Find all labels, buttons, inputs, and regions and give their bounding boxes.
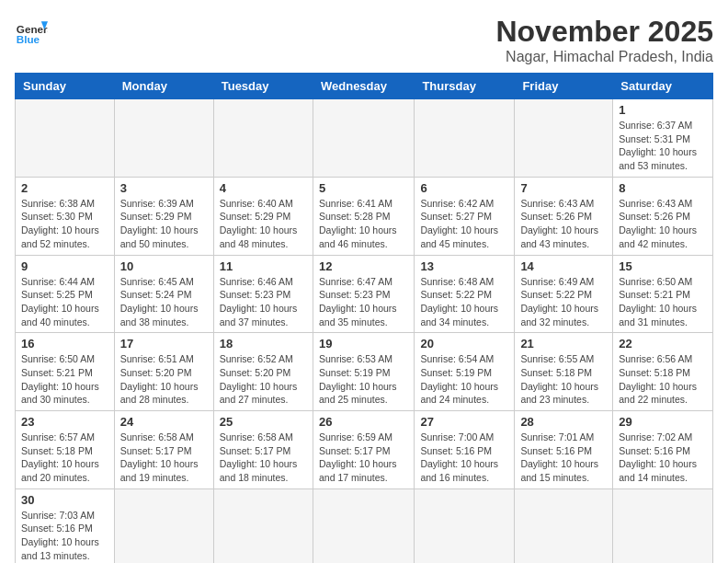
day-cell-empty-10 bbox=[415, 488, 515, 563]
day-cell-9: 9 Sunrise: 6:44 AM Sunset: 5:25 PM Dayli… bbox=[16, 255, 115, 333]
day-cell-24: 24 Sunrise: 6:58 AM Sunset: 5:17 PM Dayl… bbox=[114, 411, 213, 489]
daylight-2: Daylight: 10 hours and 52 minutes. bbox=[21, 224, 99, 249]
header-friday: Friday bbox=[515, 74, 613, 99]
header-monday: Monday bbox=[114, 74, 213, 99]
header-wednesday: Wednesday bbox=[313, 74, 414, 99]
day-cell-22: 22 Sunrise: 6:56 AM Sunset: 5:18 PM Dayl… bbox=[613, 333, 713, 411]
day-cell-6: 6 Sunrise: 6:42 AM Sunset: 5:27 PM Dayli… bbox=[415, 177, 515, 255]
day-cell-5: 5 Sunrise: 6:41 AM Sunset: 5:28 PM Dayli… bbox=[313, 177, 414, 255]
day-cell-26: 26 Sunrise: 6:59 AM Sunset: 5:17 PM Dayl… bbox=[313, 411, 414, 489]
week-row-4: 16 Sunrise: 6:50 AM Sunset: 5:21 PM Dayl… bbox=[16, 333, 713, 411]
day-cell-12: 12 Sunrise: 6:47 AM Sunset: 5:23 PM Dayl… bbox=[313, 255, 414, 333]
day-cell-30: 30 Sunrise: 7:03 AM Sunset: 5:16 PM Dayl… bbox=[16, 488, 115, 563]
page-header: General Blue November 2025 Nagar, Himach… bbox=[15, 15, 713, 65]
location-subtitle: Nagar, Himachal Pradesh, India bbox=[495, 49, 713, 65]
title-block: November 2025 Nagar, Himachal Pradesh, I… bbox=[495, 15, 713, 65]
day-cell-empty-5 bbox=[415, 99, 515, 178]
sunrise-1: Sunrise: 6:37 AM bbox=[619, 120, 692, 131]
day-cell-29: 29 Sunrise: 7:02 AM Sunset: 5:16 PM Dayl… bbox=[613, 411, 713, 489]
day-cell-3: 3 Sunrise: 6:39 AM Sunset: 5:29 PM Dayli… bbox=[114, 177, 213, 255]
day-cell-empty-1 bbox=[16, 99, 115, 178]
day-cell-empty-6 bbox=[515, 99, 613, 178]
day-cell-17: 17 Sunrise: 6:51 AM Sunset: 5:20 PM Dayl… bbox=[114, 333, 213, 411]
week-row-3: 9 Sunrise: 6:44 AM Sunset: 5:25 PM Dayli… bbox=[16, 255, 713, 333]
generalblue-logo-icon: General Blue bbox=[15, 15, 48, 48]
daylight-1: Daylight: 10 hours and 53 minutes. bbox=[619, 146, 697, 171]
week-row-6: 30 Sunrise: 7:03 AM Sunset: 5:16 PM Dayl… bbox=[16, 488, 713, 563]
day-cell-25: 25 Sunrise: 6:58 AM Sunset: 5:17 PM Dayl… bbox=[213, 411, 313, 489]
day-cell-15: 15 Sunrise: 6:50 AM Sunset: 5:21 PM Dayl… bbox=[613, 255, 713, 333]
day-cell-8: 8 Sunrise: 6:43 AM Sunset: 5:26 PM Dayli… bbox=[613, 177, 713, 255]
day-cell-empty-3 bbox=[213, 99, 313, 178]
month-year-title: November 2025 bbox=[495, 15, 713, 49]
day-cell-13: 13 Sunrise: 6:48 AM Sunset: 5:22 PM Dayl… bbox=[415, 255, 515, 333]
calendar-table: Sunday Monday Tuesday Wednesday Thursday… bbox=[15, 73, 713, 563]
day-cell-16: 16 Sunrise: 6:50 AM Sunset: 5:21 PM Dayl… bbox=[16, 333, 115, 411]
sunset-2: Sunset: 5:30 PM bbox=[21, 211, 93, 222]
week-row-2: 2 Sunrise: 6:38 AM Sunset: 5:30 PM Dayli… bbox=[16, 177, 713, 255]
day-cell-19: 19 Sunrise: 6:53 AM Sunset: 5:19 PM Dayl… bbox=[313, 333, 414, 411]
day-cell-empty-11 bbox=[515, 488, 613, 563]
header-saturday: Saturday bbox=[613, 74, 713, 99]
day-cell-empty-2 bbox=[114, 99, 213, 178]
day-cell-11: 11 Sunrise: 6:46 AM Sunset: 5:23 PM Dayl… bbox=[213, 255, 313, 333]
day-cell-empty-8 bbox=[213, 488, 313, 563]
svg-text:Blue: Blue bbox=[17, 33, 40, 45]
day-cell-empty-9 bbox=[313, 488, 414, 563]
day-cell-empty-4 bbox=[313, 99, 414, 178]
header-thursday: Thursday bbox=[415, 74, 515, 99]
day-cell-20: 20 Sunrise: 6:54 AM Sunset: 5:19 PM Dayl… bbox=[415, 333, 515, 411]
day-cell-14: 14 Sunrise: 6:49 AM Sunset: 5:22 PM Dayl… bbox=[515, 255, 613, 333]
day-cell-10: 10 Sunrise: 6:45 AM Sunset: 5:24 PM Dayl… bbox=[114, 255, 213, 333]
day-cell-2: 2 Sunrise: 6:38 AM Sunset: 5:30 PM Dayli… bbox=[16, 177, 115, 255]
day-cell-empty-7 bbox=[114, 488, 213, 563]
logo: General Blue bbox=[15, 15, 48, 48]
day-cell-7: 7 Sunrise: 6:43 AM Sunset: 5:26 PM Dayli… bbox=[515, 177, 613, 255]
day-cell-27: 27 Sunrise: 7:00 AM Sunset: 5:16 PM Dayl… bbox=[415, 411, 515, 489]
sunset-1: Sunset: 5:31 PM bbox=[619, 133, 690, 144]
day-cell-empty-12 bbox=[613, 488, 713, 563]
header-sunday: Sunday bbox=[16, 74, 115, 99]
day-cell-1: 1 Sunrise: 6:37 AM Sunset: 5:31 PM Dayli… bbox=[613, 99, 713, 178]
header-tuesday: Tuesday bbox=[213, 74, 313, 99]
week-row-5: 23 Sunrise: 6:57 AM Sunset: 5:18 PM Dayl… bbox=[16, 411, 713, 489]
day-cell-18: 18 Sunrise: 6:52 AM Sunset: 5:20 PM Dayl… bbox=[213, 333, 313, 411]
day-cell-28: 28 Sunrise: 7:01 AM Sunset: 5:16 PM Dayl… bbox=[515, 411, 613, 489]
day-cell-21: 21 Sunrise: 6:55 AM Sunset: 5:18 PM Dayl… bbox=[515, 333, 613, 411]
day-cell-4: 4 Sunrise: 6:40 AM Sunset: 5:29 PM Dayli… bbox=[213, 177, 313, 255]
week-row-1: 1 Sunrise: 6:37 AM Sunset: 5:31 PM Dayli… bbox=[16, 99, 713, 178]
day-cell-23: 23 Sunrise: 6:57 AM Sunset: 5:18 PM Dayl… bbox=[16, 411, 115, 489]
sunrise-2: Sunrise: 6:38 AM bbox=[21, 198, 95, 209]
weekday-header-row: Sunday Monday Tuesday Wednesday Thursday… bbox=[16, 74, 713, 99]
